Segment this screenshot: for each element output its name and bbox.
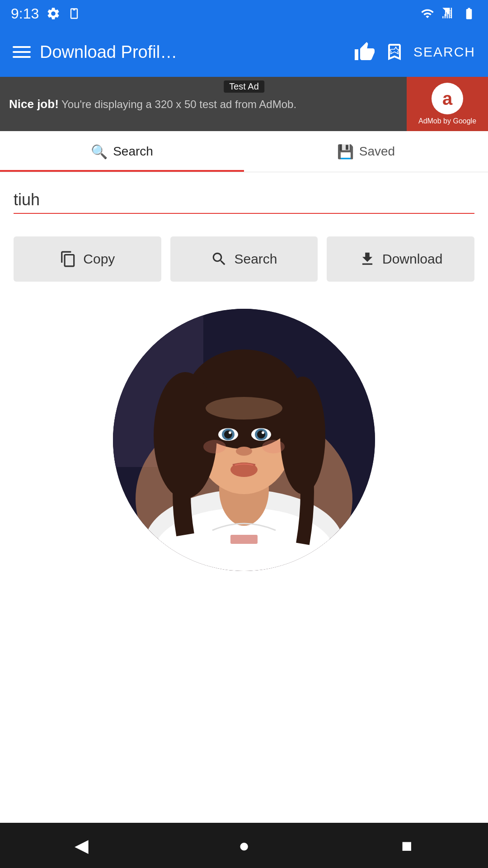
signal-icon xyxy=(442,7,455,20)
status-time: 9:13 xyxy=(11,5,39,22)
like-icon[interactable] xyxy=(354,41,375,63)
ad-label: Test Ad xyxy=(224,80,264,93)
search-tab-label: Search xyxy=(113,144,153,159)
tab-saved[interactable]: 💾 Saved xyxy=(244,131,488,172)
search-input-container xyxy=(14,190,474,214)
ad-text: Nice job! You're displaying a 320 x 50 t… xyxy=(0,96,407,112)
nav-bar: ◀ ● ■ xyxy=(0,823,488,868)
app-bar-actions: SEARCH xyxy=(354,41,475,63)
copy-button[interactable]: Copy xyxy=(14,236,161,282)
profile-svg xyxy=(113,309,375,571)
menu-button[interactable] xyxy=(13,46,31,58)
saved-tab-label: Saved xyxy=(359,144,395,159)
search-text-button[interactable]: SEARCH xyxy=(413,44,475,60)
svg-point-21 xyxy=(224,430,232,439)
search-button[interactable]: Search xyxy=(170,236,318,282)
svg-rect-3 xyxy=(449,10,450,19)
svg-rect-0 xyxy=(442,16,443,19)
bookmark-icon[interactable] xyxy=(384,41,405,63)
battery-icon xyxy=(461,7,477,20)
app-title: Download Profil… xyxy=(40,42,345,62)
app-bar: Download Profil… SEARCH xyxy=(0,27,488,77)
svg-rect-2 xyxy=(447,12,448,19)
main-content: Copy Search Download xyxy=(0,172,488,823)
svg-point-26 xyxy=(262,431,264,434)
search-btn-label: Search xyxy=(234,251,277,267)
nav-home-button[interactable]: ● xyxy=(226,827,262,863)
svg-point-30 xyxy=(262,440,285,453)
download-label: Download xyxy=(382,251,442,267)
tabs-container: 🔍 Search 💾 Saved xyxy=(0,131,488,172)
svg-rect-4 xyxy=(451,8,452,18)
admob-circle: a xyxy=(432,83,463,114)
settings-icon xyxy=(46,6,61,21)
copy-label: Copy xyxy=(83,251,115,267)
search-btn-icon xyxy=(211,250,228,268)
svg-point-22 xyxy=(229,431,231,434)
admob-logo: a AdMob by Google xyxy=(407,77,488,131)
svg-rect-31 xyxy=(230,535,258,544)
tab-search[interactable]: 🔍 Search xyxy=(0,131,244,172)
status-bar: 9:13 xyxy=(0,0,488,27)
download-button[interactable]: Download xyxy=(327,236,474,282)
download-icon xyxy=(359,250,376,268)
svg-point-18 xyxy=(206,397,282,420)
back-icon: ◀ xyxy=(75,835,89,856)
wifi-icon xyxy=(419,7,436,20)
svg-point-28 xyxy=(230,462,258,477)
profile-image xyxy=(113,309,375,571)
svg-point-29 xyxy=(203,440,226,453)
home-icon: ● xyxy=(239,835,249,856)
status-bar-right xyxy=(419,7,477,20)
copy-icon xyxy=(60,250,77,268)
action-buttons: Copy Search Download xyxy=(14,236,474,282)
search-tab-icon: 🔍 xyxy=(91,144,108,160)
status-bar-left: 9:13 xyxy=(11,5,80,22)
sim-icon xyxy=(68,6,80,21)
svg-rect-1 xyxy=(445,14,446,18)
svg-point-27 xyxy=(236,447,252,456)
nav-back-button[interactable]: ◀ xyxy=(63,827,99,863)
svg-point-25 xyxy=(257,430,265,439)
saved-tab-icon: 💾 xyxy=(337,144,354,160)
recent-icon: ■ xyxy=(401,835,412,856)
username-search-input[interactable] xyxy=(14,190,474,209)
svg-marker-5 xyxy=(389,47,399,54)
admob-text: AdMob by Google xyxy=(418,117,476,125)
profile-image-container xyxy=(14,309,474,571)
nav-recent-button[interactable]: ■ xyxy=(389,827,425,863)
ad-banner: Nice job! You're displaying a 320 x 50 t… xyxy=(0,77,488,131)
